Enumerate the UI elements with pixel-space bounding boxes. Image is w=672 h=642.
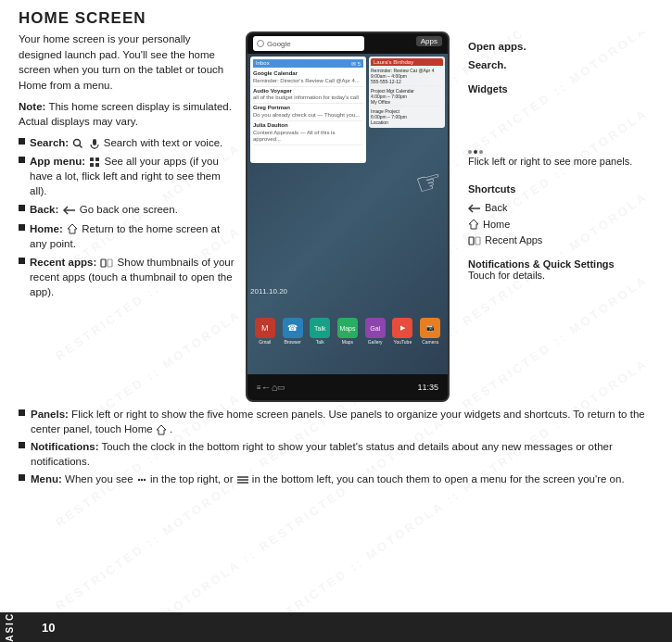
email-row[interactable]: Julia Daulton Content Approvals — All of…	[253, 121, 363, 145]
svg-point-19	[144, 479, 146, 481]
svg-point-18	[141, 479, 143, 481]
list-item: Back: Go back one screen.	[19, 202, 236, 217]
svg-rect-14	[469, 237, 474, 245]
swipe-hand-icon: ☞	[412, 162, 448, 203]
bullet-icon	[19, 157, 25, 163]
svg-rect-2	[93, 139, 96, 145]
svg-marker-16	[157, 425, 166, 434]
main-content: Your home screen is your personally desi…	[0, 31, 672, 402]
bullet-icon	[19, 205, 25, 211]
shortcuts-items: Back Home Recent Apps	[468, 200, 653, 249]
svg-point-17	[138, 479, 140, 481]
device-search-icon	[257, 40, 264, 47]
svg-rect-10	[101, 259, 106, 267]
notifications-label: Notifications & Quick Settings	[468, 258, 653, 270]
menu-dots-icon	[136, 475, 147, 485]
bullet-icon	[19, 409, 25, 416]
search-label: Search.	[468, 59, 653, 70]
bottom-bullets-section: Panels: Flick left or right to show the …	[0, 402, 672, 494]
menu-item: Menu: When you see in the top right, or …	[19, 472, 653, 486]
home-inline-icon	[156, 424, 167, 435]
home-label: Home	[483, 217, 510, 233]
intro-paragraph: Your home screen is your personally desi…	[19, 31, 236, 94]
device-app-icon[interactable]: Gal Gallery	[365, 318, 386, 345]
svg-point-0	[74, 140, 81, 146]
app-menu-icon	[89, 157, 100, 168]
svg-rect-11	[108, 259, 112, 267]
panel-dot	[468, 150, 472, 154]
panels-item: Panels: Flick left or right to show the …	[19, 407, 653, 436]
touch-details-label: Touch for details.	[468, 270, 653, 281]
bullet-icon	[19, 138, 25, 145]
svg-rect-6	[90, 163, 94, 167]
page-header: HOME SCREEN	[0, 0, 672, 31]
recent-apps-icon	[100, 258, 113, 268]
svg-marker-9	[68, 224, 77, 233]
bottom-feature-list: Panels: Flick left or right to show the …	[19, 407, 653, 486]
back-icon	[63, 206, 76, 215]
callout-shortcuts: Shortcuts Back Home Recent Apps	[468, 183, 653, 249]
bullet-icon	[19, 442, 25, 448]
widgets-label: Widgets	[468, 83, 653, 94]
back-label: Back	[485, 200, 507, 217]
list-item: Home: Return to the home screen at any p…	[19, 221, 236, 251]
feature-list: Search: Search with text or voice. App m…	[19, 135, 236, 299]
svg-rect-15	[475, 237, 480, 245]
bullet-icon	[19, 474, 25, 481]
note-paragraph: Note: This home screen display is simula…	[19, 99, 236, 130]
bullet-icon	[19, 258, 25, 264]
device-email-panel: Inbox ✉ 5 Google Calendar Reminder: Dire…	[250, 57, 366, 163]
panel-dots	[468, 150, 653, 154]
basics-label: BASICS	[5, 612, 15, 642]
callout-flick: Flick left or right to see more panels.	[468, 150, 653, 167]
open-apps-label: Open apps.	[468, 41, 653, 52]
shortcuts-label: Shortcuts	[468, 183, 653, 195]
svg-line-1	[80, 145, 82, 148]
flick-label: Flick left or right to see more panels.	[468, 156, 653, 167]
callout-notifications: Notifications & Quick Settings Touch for…	[468, 258, 653, 281]
page-number: 10	[42, 621, 55, 635]
callout-search: Search.	[468, 59, 653, 70]
svg-rect-7	[95, 163, 99, 167]
device-app-icons: M Gmail ☎ Browser Talk Talk Maps	[247, 316, 448, 346]
calendar-entry: Reminder: Review Cat @Apr 49:00am – 4:00…	[371, 67, 443, 86]
recent-apps-shortcut: Recent Apps	[468, 233, 653, 249]
recent-apps-symbol-icon	[468, 236, 481, 245]
device-recent-icon[interactable]: ▭	[277, 383, 285, 392]
device-app-icon[interactable]: ▶ YouTube	[392, 318, 412, 345]
list-item: Recent apps: Show thumbnails of your rec…	[19, 255, 236, 299]
calendar-entry: Project Mgt Calendar4:00pm – 7:00pmMy Of…	[371, 87, 443, 107]
device-app-icon[interactable]: 📷 Camera	[420, 318, 440, 345]
page-title: HOME SCREEN	[19, 9, 653, 28]
device-screen: Google Apps Inbox ✉ 5 Google Calendar	[247, 33, 448, 400]
callout-open-apps: Open apps.	[468, 41, 653, 52]
calendar-header: Laura's Birthday	[371, 58, 443, 66]
device-back-icon[interactable]: ←	[261, 382, 272, 393]
callout-widgets: Widgets	[468, 83, 653, 94]
email-row[interactable]: Greg Portman Do you already check out — …	[253, 104, 363, 121]
device-app-icon[interactable]: Maps Maps	[337, 318, 358, 345]
device-app-icon[interactable]: Talk Talk	[310, 318, 330, 345]
device-calendar-panel: Laura's Birthday Reminder: Review Cat @A…	[369, 57, 445, 128]
bullet-icon	[19, 224, 25, 231]
device-home-icon[interactable]: ⌂	[272, 382, 278, 393]
voice-icon	[89, 138, 100, 149]
device-frame: Google Apps Inbox ✉ 5 Google Calendar	[246, 31, 450, 402]
device-topbar: Google Apps	[247, 33, 448, 54]
email-row[interactable]: Google Calendar Reminder: Director's Rev…	[253, 69, 363, 87]
device-app-icon[interactable]: ☎ Browser	[283, 318, 303, 345]
svg-marker-13	[469, 220, 478, 229]
email-row[interactable]: Audio Voyager all of the budget informat…	[253, 87, 363, 105]
home-symbol-icon	[468, 219, 479, 230]
list-item: Search: Search with text or voice.	[19, 135, 236, 150]
calendar-entry: Image Project6:00pm – 7:00pmLocation	[371, 107, 443, 126]
device-search-bar[interactable]: Google	[253, 36, 364, 51]
device-date: 2011.10.20	[250, 287, 287, 296]
notifications-item: Notifications: Touch the clock in the bo…	[19, 439, 653, 469]
search-icon	[72, 138, 83, 149]
device-apps-button[interactable]: Apps	[416, 36, 442, 46]
home-shortcut: Home	[468, 217, 653, 233]
svg-rect-4	[90, 157, 94, 161]
device-mockup-column: Google Apps Inbox ✉ 5 Google Calendar	[246, 31, 459, 402]
device-app-icon[interactable]: M Gmail	[255, 318, 275, 345]
